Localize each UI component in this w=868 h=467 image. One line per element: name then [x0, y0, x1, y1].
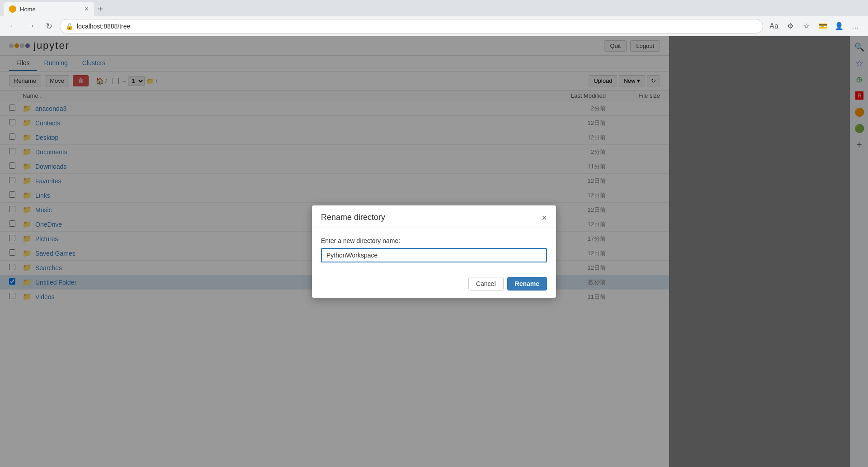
new-tab-button[interactable]: +: [94, 2, 107, 16]
modal-footer: Cancel Rename: [312, 272, 556, 298]
wallet-button[interactable]: 💳: [816, 19, 830, 33]
forward-button[interactable]: →: [24, 19, 38, 33]
modal-overlay: Rename directory × Enter a new directory…: [0, 36, 868, 467]
rename-directory-modal: Rename directory × Enter a new directory…: [312, 205, 556, 298]
url-text: localhost:8888/tree: [77, 23, 130, 30]
page-content: jupyter Quit Logout Files Running Cluste…: [0, 36, 868, 467]
profile-button[interactable]: 👤: [832, 19, 846, 33]
back-button[interactable]: ←: [5, 19, 20, 33]
modal-input-label: Enter a new directory name:: [321, 237, 547, 244]
directory-name-input[interactable]: [321, 248, 547, 262]
reader-mode-button[interactable]: Aa: [767, 19, 781, 33]
tab-bar: Home × +: [0, 0, 868, 16]
cancel-button[interactable]: Cancel: [468, 277, 504, 291]
rename-confirm-button[interactable]: Rename: [507, 277, 547, 291]
favorites-button[interactable]: ☆: [799, 19, 814, 33]
tab-favicon: [9, 5, 16, 13]
settings-button[interactable]: …: [848, 19, 863, 33]
active-tab[interactable]: Home ×: [4, 2, 94, 16]
modal-header: Rename directory ×: [312, 205, 556, 228]
modal-body: Enter a new directory name:: [312, 228, 556, 272]
browser-copilot-button[interactable]: ⚙: [783, 19, 797, 33]
modal-close-button[interactable]: ×: [542, 213, 547, 222]
modal-title: Rename directory: [321, 213, 385, 222]
address-bar[interactable]: 🔒 localhost:8888/tree: [60, 19, 763, 33]
security-lock-icon: 🔒: [66, 23, 73, 30]
refresh-button[interactable]: ↻: [42, 19, 56, 33]
tab-close-button[interactable]: ×: [85, 5, 89, 13]
tab-title: Home: [20, 6, 36, 13]
browser-window: Home × + ← → ↻ 🔒 localhost:8888/tree Aa …: [0, 0, 868, 467]
navigation-bar: ← → ↻ 🔒 localhost:8888/tree Aa ⚙ ☆ 💳 👤 …: [0, 16, 868, 36]
nav-right-icons: Aa ⚙ ☆ 💳 👤 …: [767, 19, 863, 33]
